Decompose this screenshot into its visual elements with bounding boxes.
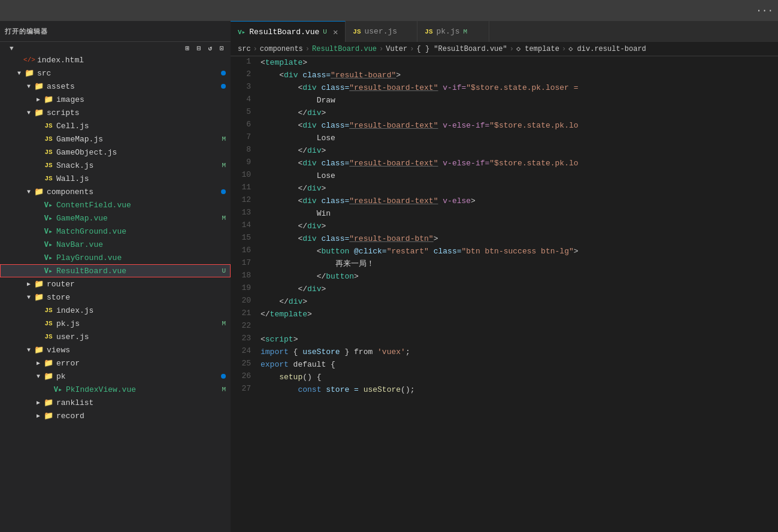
tab-user-js[interactable]: JSuser.js: [346, 21, 417, 42]
tree-item-views[interactable]: ▼📁views: [0, 343, 231, 356]
line-number: 24: [231, 346, 261, 358]
line-content[interactable]: <div class="result-board">: [261, 69, 778, 81]
line-content[interactable]: <script>: [261, 333, 778, 346]
line-content[interactable]: </div>: [261, 220, 778, 232]
new-file-icon[interactable]: ⊞: [184, 44, 192, 52]
breadcrumb-item-0[interactable]: src: [238, 45, 251, 53]
refresh-icon[interactable]: ↺: [207, 44, 214, 52]
tree-file-icon-folder: 📁: [43, 95, 54, 104]
tree-item-assets[interactable]: ▼📁assets: [0, 80, 231, 93]
tree-file-icon-html: </>: [24, 56, 35, 64]
line-content[interactable]: Draw: [261, 94, 778, 107]
line-content[interactable]: Win: [261, 207, 778, 220]
tree-item-playground-vue[interactable]: V▸PlayGround.vue: [0, 251, 231, 264]
line-content[interactable]: import { useStore } from 'vuex';: [261, 346, 778, 358]
tree-item-scripts[interactable]: ▼📁scripts: [0, 106, 231, 119]
line-content[interactable]: </div>: [261, 182, 778, 195]
breadcrumb-item-1[interactable]: components: [260, 45, 303, 53]
code-editor[interactable]: 1<template>2 <div class="result-board">3…: [231, 56, 778, 532]
tree-arrow: ▼: [24, 83, 34, 90]
code-line: 8 </div>: [231, 144, 778, 157]
tree-arrow: ▼: [24, 294, 34, 301]
tree-arrow: ▼: [24, 110, 34, 116]
line-content[interactable]: Lose: [261, 170, 778, 182]
code-line: 9 <div class="result-board-text" v-else-…: [231, 157, 778, 170]
tab-pk-js[interactable]: JSpk.js M: [417, 21, 489, 42]
line-content[interactable]: <div class="result-board-text" v-else>: [261, 195, 778, 207]
tree-item-src[interactable]: ▼📁src: [0, 66, 231, 80]
line-content[interactable]: setup() {: [261, 371, 778, 383]
collapse-icon[interactable]: ⊡: [218, 44, 226, 52]
sidebar-toolbar: 打开的编辑器: [0, 21, 231, 42]
tab-label: ResultBoard.vue: [249, 28, 319, 37]
tree-item-index-html[interactable]: </>index.html: [0, 53, 231, 66]
tree-item-label: assets: [47, 82, 221, 91]
tab-resultboard[interactable]: V▸ResultBoard.vue U✕: [231, 21, 346, 42]
tree-item-gamemap-js[interactable]: JSGameMap.jsM: [0, 132, 231, 146]
tree-item-snack-js[interactable]: JSSnack.jsM: [0, 159, 231, 172]
line-content[interactable]: [261, 321, 778, 333]
tree-file-icon-folder-open: 📁: [24, 68, 35, 78]
tree-item-store-index-js[interactable]: JSindex.js: [0, 304, 231, 317]
line-content[interactable]: </template>: [261, 308, 778, 321]
line-content[interactable]: const store = useStore();: [261, 383, 778, 396]
tree-item-record[interactable]: ▶📁record: [0, 409, 231, 422]
tree-item-navbar-vue[interactable]: V▸NavBar.vue: [0, 238, 231, 251]
tree-item-gameobject-js[interactable]: JSGameObject.js: [0, 146, 231, 159]
tree-file-icon-vue: V▸: [43, 267, 54, 276]
tree-item-pk-folder[interactable]: ▼📁pk: [0, 370, 231, 383]
line-number: 8: [231, 144, 261, 157]
tree-item-user-js[interactable]: JSuser.js: [0, 330, 231, 343]
code-line: 4 Draw: [231, 94, 778, 107]
breadcrumb-item-5[interactable]: ◇ template: [516, 44, 559, 53]
sidebar-section-web[interactable]: ▼ ⊞ ⊟ ↺ ⊡: [0, 42, 231, 53]
tree-badge: M: [222, 162, 231, 169]
tree-item-pkindexview-vue[interactable]: V▸PkIndexView.vueM: [0, 383, 231, 396]
tab-icon-js: JS: [353, 27, 361, 36]
tree-item-label: Snack.js: [56, 161, 222, 170]
tree-item-ranklist[interactable]: ▶📁ranklist: [0, 396, 231, 409]
line-content[interactable]: </div>: [261, 144, 778, 157]
tree-item-resultboard-vue[interactable]: V▸ResultBoard.vueU: [0, 264, 231, 277]
tree-item-wall-js[interactable]: JSWall.js: [0, 172, 231, 185]
line-content[interactable]: <div class="result-board-text" v-else-if…: [261, 119, 778, 132]
tree-item-contentfield-vue[interactable]: V▸ContentField.vue: [0, 198, 231, 211]
tree-item-gamemap-vue[interactable]: V▸GameMap.vueM: [0, 211, 231, 225]
tree-file-icon-folder: 📁: [43, 358, 54, 368]
breadcrumb-item-6[interactable]: ◇ div.result-board: [568, 44, 646, 53]
tree-item-router[interactable]: ▶📁router: [0, 277, 231, 291]
line-content[interactable]: <button @click="restart" class="btn btn-…: [261, 245, 778, 258]
breadcrumb-item-4[interactable]: { } "ResultBoard.vue": [416, 45, 507, 53]
line-content[interactable]: <div class="result-board-text" v-else-if…: [261, 157, 778, 170]
tree-item-images[interactable]: ▶📁images: [0, 93, 231, 106]
line-content[interactable]: <div class="result-board-text" v-if="$st…: [261, 81, 778, 94]
line-content[interactable]: <template>: [261, 56, 778, 69]
tree-item-cell-js[interactable]: JSCell.js: [0, 119, 231, 132]
tree-item-pk-js[interactable]: JSpk.jsM: [0, 317, 231, 330]
tree-item-label: Cell.js: [56, 122, 231, 131]
code-line: 26 setup() {: [231, 371, 778, 383]
line-content[interactable]: <div class="result-board-btn">: [261, 232, 778, 245]
tree-item-store[interactable]: ▼📁store: [0, 291, 231, 304]
line-content[interactable]: export default {: [261, 358, 778, 371]
more-options-button[interactable]: ···: [756, 5, 773, 16]
sidebar-toolbar-icons: ⊞ ⊟ ↺ ⊡: [184, 44, 226, 52]
line-content[interactable]: </div>: [261, 295, 778, 308]
tree-item-components[interactable]: ▼📁components: [0, 185, 231, 198]
tree-item-matchground-vue[interactable]: V▸MatchGround.vue: [0, 225, 231, 238]
tree-item-error[interactable]: ▶📁error: [0, 356, 231, 370]
line-content[interactable]: Lose: [261, 132, 778, 144]
breadcrumb-item-2[interactable]: ResultBoard.vue: [312, 45, 377, 53]
breadcrumb-item-3[interactable]: Vuter: [386, 45, 407, 53]
line-content[interactable]: </button>: [261, 270, 778, 283]
tree-item-label: index.html: [37, 56, 231, 65]
tab-close-button[interactable]: ✕: [333, 27, 338, 37]
line-number: 26: [231, 371, 261, 383]
line-content[interactable]: 再来一局！: [261, 258, 778, 270]
new-folder-icon[interactable]: ⊟: [195, 44, 203, 52]
line-content[interactable]: </div>: [261, 283, 778, 295]
line-content[interactable]: </div>: [261, 107, 778, 119]
tree-arrow: ▶: [34, 412, 43, 419]
tree-arrow: ▶: [24, 280, 34, 288]
tree-item-label: user.js: [56, 332, 231, 341]
